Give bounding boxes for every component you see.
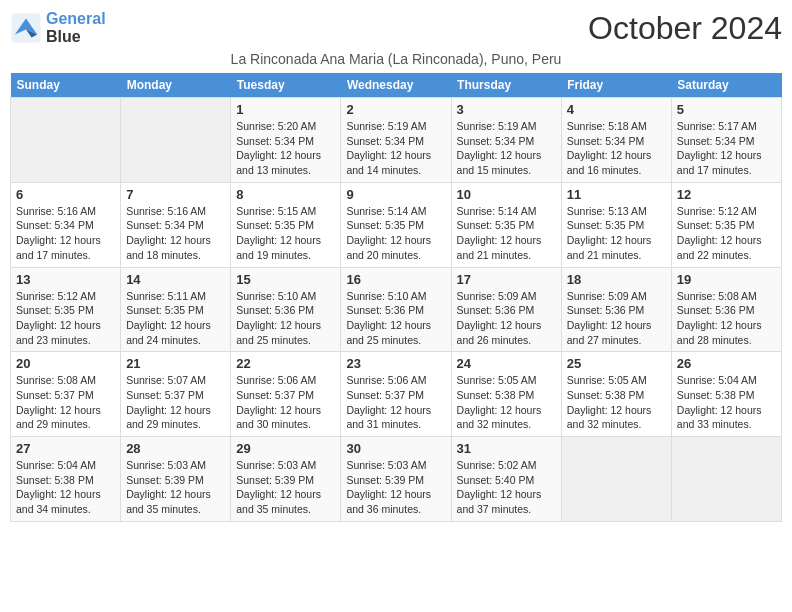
day-info: Sunrise: 5:16 AM Sunset: 5:34 PM Dayligh… <box>16 204 115 263</box>
day-number: 30 <box>346 441 445 456</box>
calendar-cell: 31Sunrise: 5:02 AM Sunset: 5:40 PM Dayli… <box>451 437 561 522</box>
day-number: 3 <box>457 102 556 117</box>
day-number: 26 <box>677 356 776 371</box>
calendar-week-1: 1Sunrise: 5:20 AM Sunset: 5:34 PM Daylig… <box>11 98 782 183</box>
day-info: Sunrise: 5:03 AM Sunset: 5:39 PM Dayligh… <box>236 458 335 517</box>
calendar-cell: 30Sunrise: 5:03 AM Sunset: 5:39 PM Dayli… <box>341 437 451 522</box>
calendar-cell: 2Sunrise: 5:19 AM Sunset: 5:34 PM Daylig… <box>341 98 451 183</box>
day-number: 4 <box>567 102 666 117</box>
calendar-cell: 6Sunrise: 5:16 AM Sunset: 5:34 PM Daylig… <box>11 182 121 267</box>
day-info: Sunrise: 5:08 AM Sunset: 5:36 PM Dayligh… <box>677 289 776 348</box>
day-info: Sunrise: 5:09 AM Sunset: 5:36 PM Dayligh… <box>457 289 556 348</box>
day-number: 5 <box>677 102 776 117</box>
day-number: 1 <box>236 102 335 117</box>
calendar-cell: 22Sunrise: 5:06 AM Sunset: 5:37 PM Dayli… <box>231 352 341 437</box>
day-info: Sunrise: 5:05 AM Sunset: 5:38 PM Dayligh… <box>567 373 666 432</box>
day-number: 27 <box>16 441 115 456</box>
day-info: Sunrise: 5:08 AM Sunset: 5:37 PM Dayligh… <box>16 373 115 432</box>
day-info: Sunrise: 5:19 AM Sunset: 5:34 PM Dayligh… <box>346 119 445 178</box>
day-info: Sunrise: 5:12 AM Sunset: 5:35 PM Dayligh… <box>677 204 776 263</box>
day-info: Sunrise: 5:09 AM Sunset: 5:36 PM Dayligh… <box>567 289 666 348</box>
calendar-cell: 12Sunrise: 5:12 AM Sunset: 5:35 PM Dayli… <box>671 182 781 267</box>
calendar-cell: 25Sunrise: 5:05 AM Sunset: 5:38 PM Dayli… <box>561 352 671 437</box>
day-number: 9 <box>346 187 445 202</box>
calendar-cell: 7Sunrise: 5:16 AM Sunset: 5:34 PM Daylig… <box>121 182 231 267</box>
day-number: 19 <box>677 272 776 287</box>
day-number: 7 <box>126 187 225 202</box>
weekday-friday: Friday <box>561 73 671 98</box>
day-number: 20 <box>16 356 115 371</box>
day-number: 10 <box>457 187 556 202</box>
day-number: 23 <box>346 356 445 371</box>
calendar-cell: 8Sunrise: 5:15 AM Sunset: 5:35 PM Daylig… <box>231 182 341 267</box>
weekday-sunday: Sunday <box>11 73 121 98</box>
day-number: 6 <box>16 187 115 202</box>
day-info: Sunrise: 5:06 AM Sunset: 5:37 PM Dayligh… <box>236 373 335 432</box>
calendar-cell: 20Sunrise: 5:08 AM Sunset: 5:37 PM Dayli… <box>11 352 121 437</box>
month-title: October 2024 <box>588 10 782 47</box>
calendar-week-4: 20Sunrise: 5:08 AM Sunset: 5:37 PM Dayli… <box>11 352 782 437</box>
calendar-cell: 17Sunrise: 5:09 AM Sunset: 5:36 PM Dayli… <box>451 267 561 352</box>
title-block: October 2024 <box>588 10 782 47</box>
calendar-cell <box>11 98 121 183</box>
day-info: Sunrise: 5:16 AM Sunset: 5:34 PM Dayligh… <box>126 204 225 263</box>
day-info: Sunrise: 5:13 AM Sunset: 5:35 PM Dayligh… <box>567 204 666 263</box>
logo: General Blue <box>10 10 106 45</box>
day-number: 15 <box>236 272 335 287</box>
calendar-cell: 10Sunrise: 5:14 AM Sunset: 5:35 PM Dayli… <box>451 182 561 267</box>
weekday-saturday: Saturday <box>671 73 781 98</box>
day-info: Sunrise: 5:15 AM Sunset: 5:35 PM Dayligh… <box>236 204 335 263</box>
weekday-wednesday: Wednesday <box>341 73 451 98</box>
calendar-cell: 28Sunrise: 5:03 AM Sunset: 5:39 PM Dayli… <box>121 437 231 522</box>
day-info: Sunrise: 5:14 AM Sunset: 5:35 PM Dayligh… <box>346 204 445 263</box>
day-info: Sunrise: 5:17 AM Sunset: 5:34 PM Dayligh… <box>677 119 776 178</box>
calendar-cell: 26Sunrise: 5:04 AM Sunset: 5:38 PM Dayli… <box>671 352 781 437</box>
day-number: 16 <box>346 272 445 287</box>
day-info: Sunrise: 5:10 AM Sunset: 5:36 PM Dayligh… <box>236 289 335 348</box>
day-number: 2 <box>346 102 445 117</box>
day-info: Sunrise: 5:12 AM Sunset: 5:35 PM Dayligh… <box>16 289 115 348</box>
day-info: Sunrise: 5:10 AM Sunset: 5:36 PM Dayligh… <box>346 289 445 348</box>
calendar-cell: 4Sunrise: 5:18 AM Sunset: 5:34 PM Daylig… <box>561 98 671 183</box>
weekday-tuesday: Tuesday <box>231 73 341 98</box>
calendar-cell: 18Sunrise: 5:09 AM Sunset: 5:36 PM Dayli… <box>561 267 671 352</box>
day-number: 8 <box>236 187 335 202</box>
logo-text: General Blue <box>46 10 106 45</box>
calendar-week-3: 13Sunrise: 5:12 AM Sunset: 5:35 PM Dayli… <box>11 267 782 352</box>
calendar-cell: 29Sunrise: 5:03 AM Sunset: 5:39 PM Dayli… <box>231 437 341 522</box>
day-info: Sunrise: 5:11 AM Sunset: 5:35 PM Dayligh… <box>126 289 225 348</box>
page-header: General Blue October 2024 <box>10 10 782 47</box>
calendar-cell: 14Sunrise: 5:11 AM Sunset: 5:35 PM Dayli… <box>121 267 231 352</box>
calendar-cell <box>671 437 781 522</box>
calendar-cell: 23Sunrise: 5:06 AM Sunset: 5:37 PM Dayli… <box>341 352 451 437</box>
calendar-subtitle: La Rinconada Ana Maria (La Rinconada), P… <box>10 51 782 67</box>
calendar-cell: 24Sunrise: 5:05 AM Sunset: 5:38 PM Dayli… <box>451 352 561 437</box>
calendar-cell: 11Sunrise: 5:13 AM Sunset: 5:35 PM Dayli… <box>561 182 671 267</box>
day-info: Sunrise: 5:03 AM Sunset: 5:39 PM Dayligh… <box>346 458 445 517</box>
day-number: 12 <box>677 187 776 202</box>
calendar-cell: 15Sunrise: 5:10 AM Sunset: 5:36 PM Dayli… <box>231 267 341 352</box>
weekday-header-row: SundayMondayTuesdayWednesdayThursdayFrid… <box>11 73 782 98</box>
day-number: 11 <box>567 187 666 202</box>
calendar-cell: 9Sunrise: 5:14 AM Sunset: 5:35 PM Daylig… <box>341 182 451 267</box>
day-info: Sunrise: 5:14 AM Sunset: 5:35 PM Dayligh… <box>457 204 556 263</box>
day-number: 22 <box>236 356 335 371</box>
day-info: Sunrise: 5:04 AM Sunset: 5:38 PM Dayligh… <box>16 458 115 517</box>
day-number: 31 <box>457 441 556 456</box>
calendar-cell: 3Sunrise: 5:19 AM Sunset: 5:34 PM Daylig… <box>451 98 561 183</box>
weekday-thursday: Thursday <box>451 73 561 98</box>
calendar-body: 1Sunrise: 5:20 AM Sunset: 5:34 PM Daylig… <box>11 98 782 522</box>
weekday-monday: Monday <box>121 73 231 98</box>
calendar-table: SundayMondayTuesdayWednesdayThursdayFrid… <box>10 73 782 522</box>
calendar-cell <box>121 98 231 183</box>
calendar-cell: 16Sunrise: 5:10 AM Sunset: 5:36 PM Dayli… <box>341 267 451 352</box>
day-number: 21 <box>126 356 225 371</box>
calendar-cell: 27Sunrise: 5:04 AM Sunset: 5:38 PM Dayli… <box>11 437 121 522</box>
day-info: Sunrise: 5:20 AM Sunset: 5:34 PM Dayligh… <box>236 119 335 178</box>
calendar-cell: 13Sunrise: 5:12 AM Sunset: 5:35 PM Dayli… <box>11 267 121 352</box>
day-number: 28 <box>126 441 225 456</box>
calendar-cell: 5Sunrise: 5:17 AM Sunset: 5:34 PM Daylig… <box>671 98 781 183</box>
calendar-cell: 19Sunrise: 5:08 AM Sunset: 5:36 PM Dayli… <box>671 267 781 352</box>
day-number: 25 <box>567 356 666 371</box>
calendar-week-2: 6Sunrise: 5:16 AM Sunset: 5:34 PM Daylig… <box>11 182 782 267</box>
